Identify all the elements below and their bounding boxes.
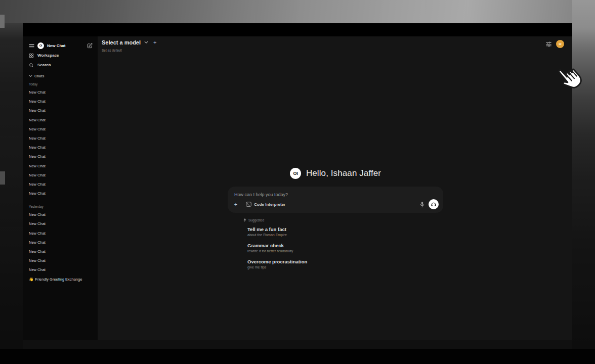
workspace-grid-icon [29, 53, 34, 58]
chat-list-item[interactable]: New Chat [29, 238, 93, 247]
desktop-wallpaper-footer [0, 349, 595, 364]
desktop-wallpaper-top [0, 0, 595, 23]
chat-list-item-named[interactable]: 👋Friendly Greeting Exchange [29, 275, 93, 284]
chevron-down-icon [29, 75, 32, 77]
set-default-link[interactable]: Set as default [102, 49, 122, 52]
add-model-button[interactable]: + [153, 39, 156, 46]
desktop-wallpaper-left [0, 23, 23, 349]
suggested-prompt[interactable]: Overcome procrastination give me tips [247, 258, 443, 270]
greeting-row: OI Hello, Ishaan Jaffer [228, 166, 443, 181]
attach-plus-button[interactable]: + [232, 201, 239, 207]
sidebar-toggle-icon[interactable] [29, 43, 34, 48]
suggested-label: Suggested [248, 218, 264, 222]
suggested-section: Suggested Tell me a fun fact about the R… [228, 217, 443, 270]
chat-list-item[interactable]: New Chat [29, 210, 93, 219]
chat-list-item[interactable]: New Chat [29, 88, 93, 97]
window-top-strip [23, 23, 572, 36]
search-icon [29, 63, 34, 68]
app-logo: OI [37, 42, 44, 49]
chat-list-item[interactable]: New Chat [29, 180, 93, 189]
suggested-prompt-subtitle: rewrite it for better readability [247, 249, 443, 254]
chat-list-item[interactable]: New Chat [29, 134, 93, 143]
chat-list-item[interactable]: New Chat [29, 229, 93, 238]
suggested-prompt-title: Overcome procrastination [247, 258, 443, 265]
chat-list-item[interactable]: New Chat [29, 219, 93, 229]
sidebar-item-search[interactable]: Search [29, 60, 93, 70]
chat-title: Friendly Greeting Exchange [35, 277, 82, 282]
suggested-prompt-title: Grammar check [247, 242, 443, 249]
chat-list-item[interactable]: New Chat [29, 116, 93, 125]
chat-group-yesterday: Yesterday New Chat New Chat New Chat New… [29, 203, 93, 275]
chat-input-box[interactable]: + Code Interpreter [228, 187, 443, 213]
chat-group-label: Today [29, 80, 93, 88]
chat-list-item[interactable]: New Chat [29, 106, 93, 115]
chat-list-item[interactable]: New Chat [29, 97, 93, 106]
chat-list-item[interactable]: New Chat [29, 265, 93, 275]
chat-list-item[interactable]: New Chat [29, 125, 93, 134]
suggested-prompt-title: Tell me a fun fact [247, 226, 443, 233]
chevron-down-icon [144, 41, 148, 44]
suggested-prompt[interactable]: Tell me a fun fact about the Roman Empir… [247, 226, 443, 238]
chat-input[interactable] [233, 190, 402, 199]
headphones-icon [431, 201, 437, 207]
chat-group-today: Today New Chat New Chat New Chat New Cha… [29, 80, 93, 198]
chats-label: Chats [34, 74, 44, 78]
suggested-prompt-subtitle: give me tips [247, 265, 443, 270]
chat-list-item[interactable]: New Chat [29, 171, 93, 180]
sidebar-header: OI New Chat [29, 40, 93, 51]
model-selector[interactable]: Select a model + [102, 39, 156, 46]
sidebar-title: New Chat [47, 43, 65, 48]
app-window: OI New Chat Workspace [23, 23, 572, 340]
controls-sliders-icon[interactable] [545, 41, 552, 48]
chat-list-item[interactable]: New Chat [29, 247, 93, 256]
microphone-icon[interactable] [419, 201, 425, 208]
user-avatar[interactable]: IJ [556, 40, 564, 48]
code-interpreter-toggle[interactable]: Code Interpreter [246, 202, 285, 207]
chat-group-label: Yesterday [29, 203, 93, 210]
code-interpreter-label: Code Interpreter [254, 202, 285, 207]
greeting-text: Hello, Ishaan Jaffer [306, 168, 381, 178]
chat-list-item[interactable]: New Chat [29, 152, 93, 161]
screen: OI New Chat Workspace [0, 0, 595, 364]
sidebar: OI New Chat Workspace [23, 36, 98, 340]
voice-call-button[interactable] [429, 199, 439, 209]
wallpaper-facet [0, 171, 5, 185]
chats-section-header[interactable]: Chats [29, 72, 93, 80]
sidebar-item-label: Workspace [37, 53, 59, 58]
model-selector-label: Select a model [102, 39, 141, 46]
terminal-icon [246, 202, 251, 207]
main-header: Select a model + Set as default IJ [98, 36, 572, 61]
chat-list-item[interactable]: New Chat [29, 162, 93, 171]
new-chat-icon[interactable] [87, 43, 93, 49]
suggested-prompt[interactable]: Grammar check rewrite it for better read… [247, 242, 443, 254]
chat-list-item[interactable]: New Chat [29, 143, 93, 152]
bolt-icon [243, 218, 246, 222]
desktop-wallpaper-bottom [23, 340, 572, 349]
suggested-prompt-subtitle: about the Roman Empire [247, 233, 443, 238]
app-logo: OI [290, 168, 301, 179]
sidebar-item-label: Search [37, 63, 51, 67]
main-content: OI Hello, Ishaan Jaffer + Code Interpret… [228, 166, 443, 275]
wave-emoji-icon: 👋 [29, 277, 33, 282]
desktop-wallpaper-right [572, 0, 595, 349]
sidebar-item-workspace[interactable]: Workspace [29, 51, 93, 60]
chat-list-item[interactable]: New Chat [29, 256, 93, 265]
chat-list-item[interactable]: New Chat [29, 189, 93, 198]
wallpaper-facet [0, 15, 5, 28]
